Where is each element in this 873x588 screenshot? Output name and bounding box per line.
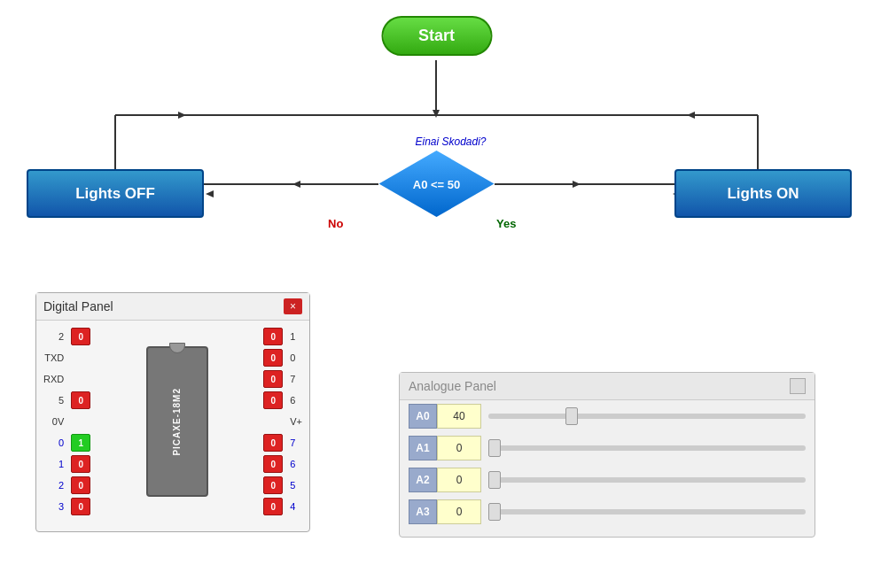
start-label: Start — [418, 27, 455, 44]
digital-panel-content: 2 TXD RXD 5 0V 0 1 2 3 0 0 1 0 0 0 — [36, 321, 309, 522]
flowchart: Start Einai Skodadi? A0 <= 50 No Yes Lig… — [0, 0, 873, 266]
analogue-value-A3: 0 — [437, 499, 481, 524]
rl-0: 1 — [290, 328, 295, 345]
ll-6: 1 — [58, 455, 64, 473]
lp-6[interactable]: 0 — [71, 455, 90, 473]
rl-1: 0 — [290, 349, 295, 367]
ll-0: 2 — [58, 328, 64, 345]
analogue-panel: Analogue Panel A040A10A20A30 — [399, 372, 815, 538]
rp-7[interactable]: 0 — [263, 476, 283, 494]
rp-6[interactable]: 0 — [263, 455, 283, 473]
analogue-row-1: A10 — [400, 432, 815, 464]
chip-area: PICAXE-18M2 — [96, 328, 258, 515]
digital-panel: Digital Panel × 2 TXD RXD 5 0V 0 1 2 3 0 — [35, 292, 310, 532]
chip: PICAXE-18M2 — [146, 346, 208, 497]
no-label: No — [328, 217, 343, 230]
rp-2[interactable]: 0 — [263, 370, 283, 388]
ll-4: 0V — [52, 413, 64, 430]
analogue-value-A0: 40 — [437, 404, 481, 429]
einai-label: Einai Skodadi? — [415, 135, 486, 148]
analogue-slider-A1[interactable] — [488, 445, 806, 451]
rl-2: 7 — [290, 370, 295, 388]
lp-0[interactable]: 0 — [71, 328, 90, 345]
lights-on-label: Lights ON — [727, 185, 799, 203]
decision-diamond: A0 <= 50 — [379, 151, 495, 217]
svg-marker-14 — [573, 181, 581, 188]
analogue-pin-A0: A0 — [409, 404, 437, 429]
rl-8: 4 — [290, 498, 295, 515]
analogue-rows: A040A10A20A30 — [400, 400, 815, 528]
lp-7[interactable]: 0 — [71, 476, 90, 494]
lp-5[interactable]: 1 — [71, 434, 90, 452]
analogue-value-A2: 0 — [437, 468, 481, 492]
analogue-pin-A1: A1 — [409, 436, 437, 460]
svg-marker-12 — [292, 181, 300, 188]
condition-label: A0 <= 50 — [413, 177, 461, 190]
rl-3: 6 — [290, 391, 295, 409]
start-button[interactable]: Start — [381, 16, 492, 56]
analogue-row-0: A040 — [400, 400, 815, 432]
analogue-slider-A0[interactable] — [488, 414, 806, 419]
rl-7: 5 — [290, 476, 295, 494]
analogue-thumb-A0[interactable] — [565, 407, 578, 425]
svg-marker-7 — [206, 190, 214, 197]
lp-8[interactable]: 0 — [71, 498, 90, 515]
analogue-row-2: A20 — [400, 464, 815, 496]
ll-3: 5 — [58, 391, 64, 409]
ll-7: 2 — [58, 476, 64, 494]
chip-notch — [169, 343, 185, 353]
analogue-pin-A3: A3 — [409, 499, 437, 524]
analogue-value-A1: 0 — [437, 436, 481, 460]
lights-off-box: Lights OFF — [27, 169, 204, 218]
analogue-thumb-A3[interactable] — [488, 503, 501, 521]
analogue-slider-A3[interactable] — [488, 509, 806, 514]
yes-label: Yes — [496, 217, 516, 230]
left-labels-col: 2 TXD RXD 5 0V 0 1 2 3 — [43, 328, 64, 515]
analogue-pin-A2: A2 — [409, 468, 437, 492]
analogue-slider-A2[interactable] — [488, 477, 806, 483]
digital-panel-close[interactable]: × — [284, 298, 302, 314]
ll-5: 0 — [58, 434, 64, 452]
rp-3[interactable]: 0 — [263, 391, 283, 409]
rl-6: 6 — [290, 455, 295, 473]
ll-8: 3 — [58, 498, 64, 515]
analogue-panel-title: Analogue Panel — [409, 379, 496, 393]
lights-off-label: Lights OFF — [75, 185, 155, 203]
digital-panel-header: Digital Panel × — [36, 293, 309, 321]
lights-on-box: Lights ON — [674, 169, 852, 218]
ll-1: TXD — [44, 349, 64, 367]
rp-8[interactable]: 0 — [263, 498, 283, 515]
rp-5[interactable]: 0 — [263, 434, 283, 452]
analogue-thumb-A2[interactable] — [488, 471, 501, 489]
analogue-row-3: A30 — [400, 496, 815, 528]
rl-5: 7 — [290, 434, 295, 452]
rl-4: V+ — [290, 413, 302, 430]
panels-area: Digital Panel × 2 TXD RXD 5 0V 0 1 2 3 0 — [0, 275, 873, 588]
analogue-thumb-A1[interactable] — [488, 439, 501, 457]
rp-1[interactable]: 0 — [263, 349, 283, 367]
svg-marker-1 — [433, 110, 440, 118]
digital-panel-title: Digital Panel — [43, 299, 113, 313]
rp-0[interactable]: 0 — [263, 328, 283, 345]
chip-label: PICAXE-18M2 — [172, 388, 182, 456]
right-pins-col: 0 0 0 0 0 0 0 0 — [263, 328, 283, 515]
lp-3[interactable]: 0 — [71, 391, 90, 409]
analogue-resize-handle — [790, 378, 806, 394]
left-pins-col: 0 0 1 0 0 0 — [71, 328, 90, 515]
analogue-panel-header: Analogue Panel — [400, 373, 815, 400]
svg-marker-3 — [178, 112, 186, 119]
right-labels-col: 1 0 7 6 V+ 7 6 5 4 — [290, 328, 302, 515]
ll-2: RXD — [43, 370, 64, 388]
svg-marker-4 — [687, 112, 695, 119]
